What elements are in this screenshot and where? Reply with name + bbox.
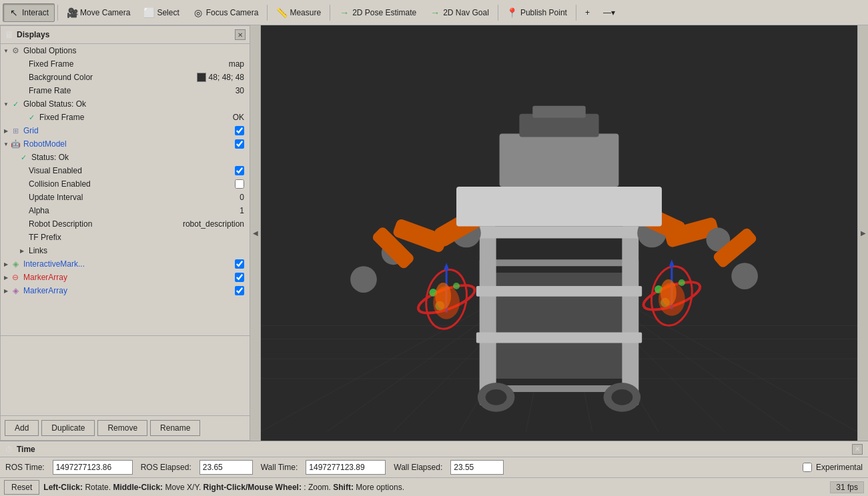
marker-array-1-checkbox[interactable] <box>235 273 244 282</box>
display-buttons-bar: Add Duplicate Remove Rename <box>0 416 250 441</box>
add-display-button[interactable]: Add <box>5 420 39 436</box>
toolbar-menu-button[interactable]: —▾ <box>597 3 621 22</box>
nav-goal-button[interactable]: → 2D Nav Goal <box>424 3 495 22</box>
svg-rect-22 <box>476 333 642 343</box>
measure-button[interactable]: 📏 Measure <box>270 3 327 22</box>
tree-item-bg-color: Background Color 48; 48; 48 <box>1 71 250 84</box>
tree-item-robot-model[interactable]: 🤖 RobotModel <box>1 137 250 151</box>
fps-display: 31 fps <box>830 481 864 493</box>
global-options-label: Global Options <box>21 46 250 55</box>
tree-item-robot-description: Robot Description robot_description <box>1 217 250 231</box>
grid-arrow[interactable] <box>2 127 10 135</box>
tree-item-links[interactable]: Links <box>1 244 250 257</box>
add-toolbar-button[interactable]: + <box>579 3 596 22</box>
interactive-mark-checkbox[interactable] <box>235 259 244 269</box>
pose-estimate-button[interactable]: → 2D Pose Estimate <box>333 3 422 22</box>
grid-checkbox-cell <box>235 126 250 135</box>
update-interval-label: Update Interval <box>26 193 240 202</box>
svg-rect-21 <box>476 286 642 297</box>
bg-color-label: Background Color <box>26 73 197 82</box>
interact-label: Interact <box>22 8 49 17</box>
svg-point-60 <box>661 279 677 306</box>
move-camera-button[interactable]: 🎥 Move Camera <box>61 3 136 22</box>
displays-icon: 🖥 <box>5 29 14 40</box>
left-panel: 🖥 Displays ✕ ⚙ Global Options Fixed Fram… <box>0 25 250 441</box>
duplicate-button[interactable]: Duplicate <box>41 420 95 436</box>
global-status-label: Global Status: Ok <box>21 99 250 109</box>
links-label: Links <box>26 246 250 255</box>
tree-item-global-options[interactable]: ⚙ Global Options <box>1 44 250 57</box>
robot-desc-label: Robot Description <box>26 219 183 229</box>
collapse-left-button[interactable]: ◀ <box>250 25 261 441</box>
time-panel-close-button[interactable]: ✕ <box>852 444 863 455</box>
marker-array-2-label: MarkerArray <box>21 286 235 295</box>
marker-array-2-icon: ◈ <box>10 285 21 296</box>
robot-model-checkbox[interactable] <box>235 139 244 149</box>
wall-time-input[interactable] <box>306 460 386 475</box>
visual-enabled-checkbox-cell <box>235 166 250 175</box>
displays-header: 🖥 Displays ✕ <box>0 25 250 44</box>
move-camera-icon: 🎥 <box>67 7 77 18</box>
svg-rect-39 <box>456 187 662 227</box>
ros-elapsed-input[interactable] <box>199 460 253 475</box>
interact-button[interactable]: ↖ Interact <box>3 3 55 22</box>
robot-model-checkbox-cell <box>235 139 250 149</box>
interactive-mark-arrow[interactable] <box>2 260 10 268</box>
toolbar-menu-icon: —▾ <box>603 8 615 17</box>
collapse-right-button[interactable]: ▶ <box>857 25 868 441</box>
displays-tree[interactable]: ⚙ Global Options Fixed Frame map Backgro… <box>0 44 250 336</box>
robot-status-icon: ✓ <box>18 152 29 163</box>
robot-model-arrow[interactable] <box>2 140 10 148</box>
time-panel-header: ⏱ Time ✕ <box>0 441 868 457</box>
rename-button[interactable]: Rename <box>150 420 200 436</box>
marker-array-2-arrow[interactable] <box>2 287 10 295</box>
focus-camera-button[interactable]: ◎ Focus Camera <box>187 3 265 22</box>
focus-camera-label: Focus Camera <box>206 8 259 17</box>
collision-checkbox[interactable] <box>235 179 244 189</box>
tree-item-global-status[interactable]: ✓ Global Status: Ok <box>1 97 250 111</box>
bg-color-swatch <box>197 73 206 82</box>
frame-rate-label: Frame Rate <box>26 86 236 95</box>
interact-icon: ↖ <box>9 7 19 18</box>
fixed-frame-value: map <box>229 59 250 69</box>
shift-desc: More options. <box>356 483 404 492</box>
move-camera-label: Move Camera <box>80 8 130 17</box>
reset-button[interactable]: Reset <box>4 480 39 495</box>
global-options-arrow[interactable] <box>2 47 10 55</box>
displays-close-button[interactable]: ✕ <box>235 29 246 40</box>
grid-checkbox[interactable] <box>235 126 244 135</box>
visual-enabled-checkbox[interactable] <box>235 166 244 175</box>
tree-item-grid[interactable]: ⊞ Grid <box>1 124 250 137</box>
global-status-arrow[interactable] <box>2 100 10 108</box>
toolbar-separator-2 <box>267 5 268 21</box>
svg-point-26 <box>611 389 632 405</box>
svg-point-38 <box>731 263 758 289</box>
marker-array-1-arrow[interactable] <box>2 273 10 281</box>
experimental-checkbox[interactable] <box>803 463 812 472</box>
focus-camera-icon: ◎ <box>193 7 203 18</box>
collision-checkbox-cell <box>235 179 250 189</box>
tree-item-marker-array-1[interactable]: ⊖ MarkerArray <box>1 271 250 284</box>
links-arrow[interactable] <box>18 247 26 255</box>
shift-label: Shift: <box>333 483 354 492</box>
ffs-value: OK <box>233 113 250 122</box>
wall-elapsed-input[interactable] <box>450 460 504 475</box>
tree-item-interactive-mark[interactable]: ◈ InteractiveMark... <box>1 257 250 271</box>
select-button[interactable]: ⬜ Select <box>137 3 185 22</box>
toolbar: ↖ Interact 🎥 Move Camera ⬜ Select ◎ Focu… <box>0 0 868 25</box>
ffs-label: Fixed Frame <box>37 113 233 122</box>
publish-point-button[interactable]: 📍 Publish Point <box>501 3 573 22</box>
right-click-label: Right-Click/Mouse Wheel: <box>203 483 302 492</box>
grid-label: Grid <box>21 126 235 135</box>
3d-viewport[interactable] <box>261 25 857 441</box>
svg-point-32 <box>350 266 377 293</box>
ffs-icon: ✓ <box>26 112 37 123</box>
robot-model-icon: 🤖 <box>10 139 21 149</box>
tree-item-visual-enabled: Visual Enabled <box>1 164 250 177</box>
time-panel-title: Time <box>17 445 35 454</box>
middle-click-label: Middle-Click: <box>113 483 163 492</box>
remove-button[interactable]: Remove <box>97 420 147 436</box>
marker-array-2-checkbox[interactable] <box>235 286 244 295</box>
tree-item-marker-array-2[interactable]: ◈ MarkerArray <box>1 284 250 297</box>
ros-time-input[interactable] <box>53 460 133 475</box>
